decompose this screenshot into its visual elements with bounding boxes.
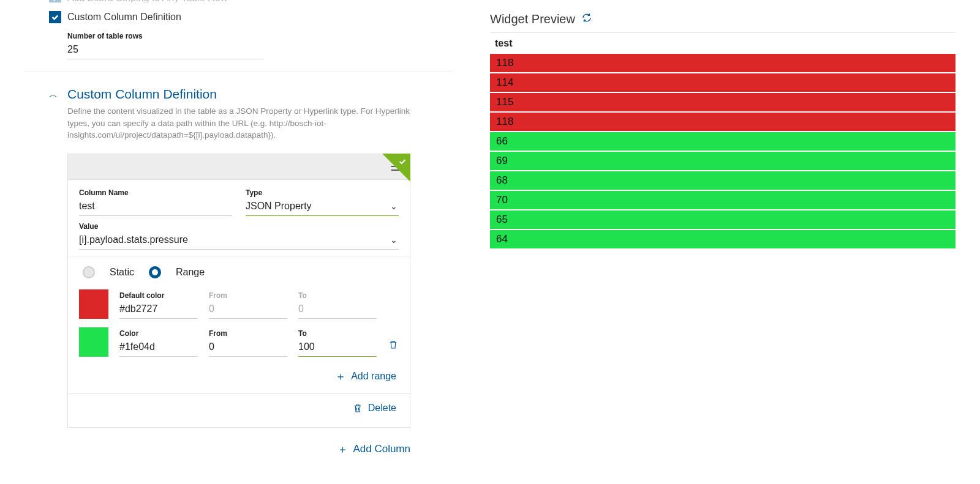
preview-row: 118 [490,54,956,73]
add-range-button[interactable]: ＋ Add range [79,365,399,389]
custom-column-option[interactable]: Custom Column Definition [49,11,453,23]
preview-row: 65 [490,210,956,230]
radio-range-label: Range [176,267,205,278]
radio-static-label: Static [110,267,134,278]
section-title: Custom Column Definition [67,87,453,102]
color-range-row: ColorFromTo [79,327,399,357]
from-input[interactable] [209,301,287,319]
table-rows-input[interactable] [67,42,263,59]
color-hex-input[interactable] [119,339,198,357]
color-mode-radio-group: Static Range [83,266,399,278]
zebra-striping-option[interactable]: Add Zebra Striping to Any Table Row [49,0,453,2]
preview-row: 114 [490,73,956,93]
color-swatch[interactable] [79,289,108,319]
check-icon [398,157,407,168]
table-rows-field: Number of table rows [67,32,263,59]
from-input[interactable] [209,339,287,357]
card-header: ☰ [68,154,410,180]
add-range-label: Add range [351,371,396,382]
column-card: ☰ Column Name Type ⌄ [67,154,410,428]
trash-icon [352,403,363,414]
column-type-label: Type [246,188,399,197]
preview-row: 115 [490,93,956,113]
color-swatch[interactable] [79,327,108,357]
column-type-select[interactable] [246,198,399,216]
delete-column-button[interactable]: Delete [68,393,410,422]
preview-row: 70 [490,191,956,210]
preview-column-header: test [490,33,956,54]
radio-static[interactable] [83,266,95,278]
column-type-field: Type ⌄ [246,188,399,216]
add-column-label: Add Column [353,443,410,455]
color-range-row: Default colorFromTo [79,289,399,319]
column-name-label: Column Name [79,188,232,197]
preview-row: 69 [490,152,956,171]
from-label: From [209,329,287,338]
refresh-icon[interactable] [581,12,592,26]
delete-range-button[interactable] [388,339,399,352]
plus-icon: ＋ [335,369,346,384]
delete-label: Delete [368,403,396,414]
preview-row: 66 [490,132,956,152]
status-corner-badge [382,154,410,182]
widget-preview-title: Widget Preview [490,12,575,26]
preview-row: 68 [490,171,956,191]
custom-column-label: Custom Column Definition [67,12,181,23]
table-rows-label: Number of table rows [67,32,263,40]
preview-row: 64 [490,230,956,250]
to-input[interactable] [298,339,377,357]
from-label: From [209,291,287,300]
to-label: To [298,329,377,338]
custom-column-section: ︿ Custom Column Definition Define the co… [24,72,453,456]
zebra-striping-label: Add Zebra Striping to Any Table Row [67,0,227,2]
checkbox-checked-icon [49,11,61,23]
column-name-field: Column Name [79,188,232,216]
widget-preview-header: Widget Preview [490,12,956,33]
preview-table: 118114115118666968706564 [490,54,956,250]
chevron-up-icon[interactable]: ︿ [49,89,58,100]
column-value-label: Value [79,222,399,231]
color-label: Default color [119,291,198,300]
add-column-button[interactable]: ＋ Add Column [24,442,410,456]
section-description: Define the content visualized in the tab… [67,105,410,141]
color-hex-input[interactable] [119,301,198,319]
preview-row: 118 [490,113,956,132]
to-label: To [298,291,377,300]
column-name-input[interactable] [79,198,232,216]
checkbox-checked-icon [49,0,61,2]
to-input[interactable] [298,301,377,319]
column-value-input[interactable] [79,232,399,250]
plus-icon: ＋ [337,442,348,456]
radio-range[interactable] [149,266,161,278]
column-value-field: Value ⌄ [79,222,399,250]
color-label: Color [119,329,198,338]
card-divider [68,256,410,256]
